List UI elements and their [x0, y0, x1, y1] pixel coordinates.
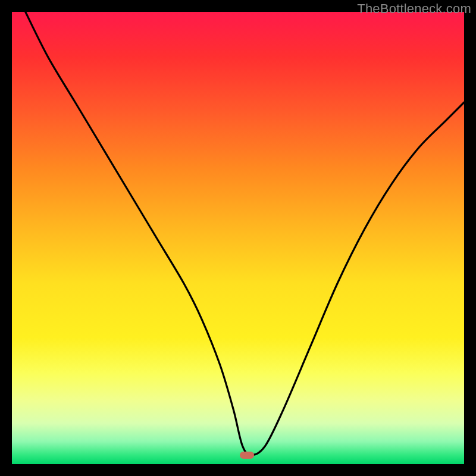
- bottleneck-curve: [12, 12, 464, 464]
- watermark-text: TheBottleneck.com: [357, 1, 471, 17]
- bottleneck-marker: [240, 452, 254, 459]
- plot-area: [12, 12, 464, 464]
- chart-container: TheBottleneck.com: [0, 0, 476, 476]
